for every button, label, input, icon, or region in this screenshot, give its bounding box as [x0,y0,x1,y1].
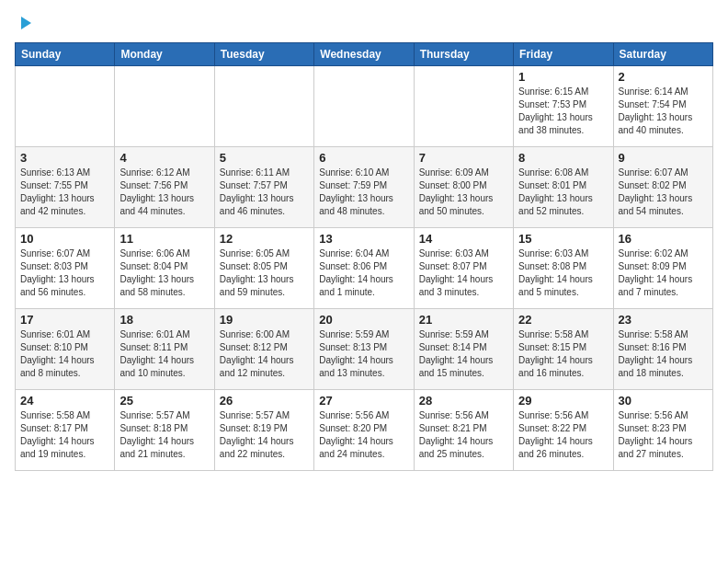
day-number: 20 [319,313,408,327]
calendar-cell: 30Sunrise: 5:56 AMSunset: 8:23 PMDayligh… [613,390,712,471]
day-header-sunday: Sunday [16,43,115,66]
day-info: Sunrise: 6:00 AMSunset: 8:12 PMDaylight:… [220,328,309,380]
day-number: 18 [119,313,209,327]
calendar-cell [214,66,313,147]
day-number: 7 [419,151,508,165]
calendar-cell: 28Sunrise: 5:56 AMSunset: 8:21 PMDayligh… [414,390,513,471]
day-number: 14 [419,232,508,246]
day-info: Sunrise: 5:57 AMSunset: 8:19 PMDaylight:… [220,409,309,461]
logo-icon [17,15,33,31]
day-info: Sunrise: 5:56 AMSunset: 8:23 PMDaylight:… [619,409,708,461]
day-info: Sunrise: 6:05 AMSunset: 8:05 PMDaylight:… [220,247,309,299]
day-info: Sunrise: 6:07 AMSunset: 8:03 PMDaylight:… [20,247,109,299]
day-number: 6 [319,151,408,165]
day-number: 2 [619,70,708,84]
calendar-week-5: 24Sunrise: 5:58 AMSunset: 8:17 PMDayligh… [16,390,713,471]
calendar-cell: 14Sunrise: 6:03 AMSunset: 8:07 PMDayligh… [414,228,513,309]
day-info: Sunrise: 6:08 AMSunset: 8:01 PMDaylight:… [518,167,608,218]
calendar-cell: 18Sunrise: 6:01 AMSunset: 8:11 PMDayligh… [115,309,214,390]
day-number: 27 [319,394,408,408]
day-number: 25 [119,394,209,408]
day-info: Sunrise: 6:01 AMSunset: 8:11 PMDaylight:… [119,328,209,380]
calendar-cell [314,66,414,147]
calendar-cell: 10Sunrise: 6:07 AMSunset: 8:03 PMDayligh… [16,228,115,309]
calendar-week-4: 17Sunrise: 6:01 AMSunset: 8:10 PMDayligh… [16,309,713,390]
calendar-week-3: 10Sunrise: 6:07 AMSunset: 8:03 PMDayligh… [16,228,713,309]
calendar-cell: 7Sunrise: 6:09 AMSunset: 8:00 PMDaylight… [414,147,513,228]
calendar-cell [16,66,115,147]
day-info: Sunrise: 6:02 AMSunset: 8:09 PMDaylight:… [619,247,708,299]
day-info: Sunrise: 6:03 AMSunset: 8:08 PMDaylight:… [518,247,608,299]
calendar-cell [115,66,214,147]
calendar-cell: 17Sunrise: 6:01 AMSunset: 8:10 PMDayligh… [16,309,115,390]
day-info: Sunrise: 6:04 AMSunset: 8:06 PMDaylight:… [319,247,408,299]
day-number: 12 [220,232,309,246]
day-info: Sunrise: 6:09 AMSunset: 8:00 PMDaylight:… [419,167,508,218]
calendar-cell: 4Sunrise: 6:12 AMSunset: 7:56 PMDaylight… [115,147,214,228]
day-header-tuesday: Tuesday [214,43,313,66]
day-number: 17 [20,313,109,327]
calendar-cell: 21Sunrise: 5:59 AMSunset: 8:14 PMDayligh… [414,309,513,390]
day-info: Sunrise: 6:11 AMSunset: 7:57 PMDaylight:… [220,167,309,218]
day-info: Sunrise: 5:56 AMSunset: 8:21 PMDaylight:… [419,409,508,461]
day-number: 5 [220,151,309,165]
calendar-cell: 16Sunrise: 6:02 AMSunset: 8:09 PMDayligh… [613,228,712,309]
calendar-cell: 27Sunrise: 5:56 AMSunset: 8:20 PMDayligh… [314,390,414,471]
calendar-cell [414,66,513,147]
day-number: 10 [20,232,109,246]
calendar-cell: 24Sunrise: 5:58 AMSunset: 8:17 PMDayligh… [16,390,115,471]
day-number: 9 [619,151,708,165]
day-number: 22 [518,313,608,327]
calendar-header-row: SundayMondayTuesdayWednesdayThursdayFrid… [16,43,713,66]
day-info: Sunrise: 6:15 AMSunset: 7:53 PMDaylight:… [518,86,608,137]
calendar-cell: 1Sunrise: 6:15 AMSunset: 7:53 PMDaylight… [514,66,613,147]
day-info: Sunrise: 5:59 AMSunset: 8:14 PMDaylight:… [419,328,508,380]
day-number: 16 [619,232,708,246]
calendar-cell: 29Sunrise: 5:56 AMSunset: 8:22 PMDayligh… [514,390,613,471]
calendar-cell: 9Sunrise: 6:07 AMSunset: 8:02 PMDaylight… [613,147,712,228]
day-number: 13 [319,232,408,246]
calendar-cell: 15Sunrise: 6:03 AMSunset: 8:08 PMDayligh… [514,228,613,309]
calendar-cell: 25Sunrise: 5:57 AMSunset: 8:18 PMDayligh… [115,390,214,471]
day-number: 15 [518,232,608,246]
calendar-cell: 23Sunrise: 5:58 AMSunset: 8:16 PMDayligh… [613,309,712,390]
calendar-cell: 8Sunrise: 6:08 AMSunset: 8:01 PMDaylight… [514,147,613,228]
day-number: 21 [419,313,508,327]
day-info: Sunrise: 6:13 AMSunset: 7:55 PMDaylight:… [20,167,109,218]
day-info: Sunrise: 6:03 AMSunset: 8:07 PMDaylight:… [419,247,508,299]
day-number: 19 [220,313,309,327]
day-number: 26 [220,394,309,408]
day-info: Sunrise: 5:58 AMSunset: 8:16 PMDaylight:… [619,328,708,380]
day-header-thursday: Thursday [414,43,513,66]
calendar-cell: 2Sunrise: 6:14 AMSunset: 7:54 PMDaylight… [613,66,712,147]
day-number: 29 [518,394,608,408]
day-info: Sunrise: 5:59 AMSunset: 8:13 PMDaylight:… [319,328,408,380]
day-number: 4 [119,151,209,165]
day-number: 24 [20,394,109,408]
day-number: 1 [518,70,608,84]
day-info: Sunrise: 5:58 AMSunset: 8:15 PMDaylight:… [518,328,608,380]
calendar-week-1: 1Sunrise: 6:15 AMSunset: 7:53 PMDaylight… [16,66,713,147]
calendar-cell: 5Sunrise: 6:11 AMSunset: 7:57 PMDaylight… [214,147,313,228]
logo [15,15,33,31]
calendar-cell: 19Sunrise: 6:00 AMSunset: 8:12 PMDayligh… [214,309,313,390]
day-info: Sunrise: 6:14 AMSunset: 7:54 PMDaylight:… [619,86,708,137]
page-header [15,15,713,31]
calendar-cell: 20Sunrise: 5:59 AMSunset: 8:13 PMDayligh… [314,309,414,390]
day-info: Sunrise: 6:10 AMSunset: 7:59 PMDaylight:… [319,167,408,218]
day-header-monday: Monday [115,43,214,66]
calendar-cell: 22Sunrise: 5:58 AMSunset: 8:15 PMDayligh… [514,309,613,390]
calendar-week-2: 3Sunrise: 6:13 AMSunset: 7:55 PMDaylight… [16,147,713,228]
day-info: Sunrise: 5:57 AMSunset: 8:18 PMDaylight:… [119,409,209,461]
svg-marker-0 [21,17,31,29]
calendar-cell: 13Sunrise: 6:04 AMSunset: 8:06 PMDayligh… [314,228,414,309]
day-info: Sunrise: 5:56 AMSunset: 8:22 PMDaylight:… [518,409,608,461]
calendar-table: SundayMondayTuesdayWednesdayThursdayFrid… [15,42,713,471]
day-number: 23 [619,313,708,327]
day-header-wednesday: Wednesday [314,43,414,66]
calendar-cell: 3Sunrise: 6:13 AMSunset: 7:55 PMDaylight… [16,147,115,228]
day-number: 8 [518,151,608,165]
day-number: 11 [119,232,209,246]
day-info: Sunrise: 5:56 AMSunset: 8:20 PMDaylight:… [319,409,408,461]
day-header-saturday: Saturday [613,43,712,66]
